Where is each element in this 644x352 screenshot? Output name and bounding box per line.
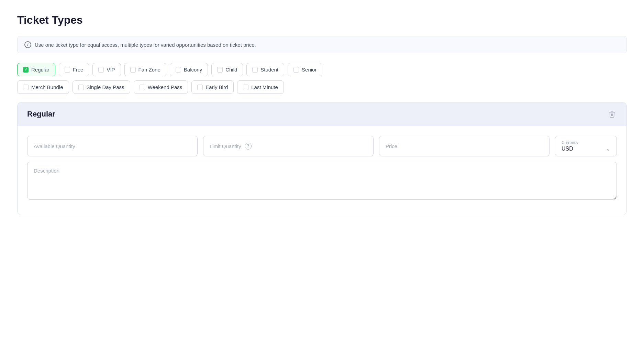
checkbox-box-senior [293,67,299,73]
ticket-section-title: Regular [27,110,55,119]
ticket-type-merch-bundle[interactable]: Merch Bundle [17,80,69,94]
ticket-type-free[interactable]: Free [59,63,89,76]
checkbox-box-fan-zone [130,67,136,73]
available-quantity-input[interactable] [27,136,198,156]
ticket-type-weekend-pass[interactable]: Weekend Pass [134,80,188,94]
fields-row-2 [27,162,617,200]
info-text: Use one ticket type for equal access, mu… [35,42,256,48]
ticket-type-label-early-bird: Early Bird [206,84,228,90]
ticket-type-early-bird[interactable]: Early Bird [191,80,234,94]
ticket-type-label-single-day-pass: Single Day Pass [87,84,124,90]
info-icon: i [24,41,31,48]
ticket-type-label-free: Free [73,67,84,73]
ticket-type-student[interactable]: Student [246,63,284,76]
ticket-section-header: Regular [18,102,626,126]
checkbox-box-merch-bundle [23,85,29,90]
checkmark-regular: ✓ [24,67,27,72]
ticket-type-label-merch-bundle: Merch Bundle [31,84,63,90]
ticket-type-balcony[interactable]: Balcony [170,63,208,76]
ticket-type-label-regular: Regular [31,67,49,73]
checkbox-box-student [252,67,258,73]
currency-label: Currency [562,140,610,145]
page-title: Ticket Types [17,14,627,26]
ticket-section-regular: Regular Limit Quantity ? Currency USD [17,102,627,215]
currency-value: USD [562,146,573,152]
ticket-type-label-balcony: Balcony [184,67,202,73]
checkbox-box-weekend-pass [140,85,145,90]
checkbox-box-single-day-pass [78,85,84,90]
price-input[interactable] [379,136,549,156]
ticket-type-regular[interactable]: ✓Regular [17,63,55,76]
currency-value-row: USD ⌄ [562,146,610,152]
ticket-type-label-senior: Senior [302,67,317,73]
ticket-type-label-weekend-pass: Weekend Pass [148,84,182,90]
checkbox-box-last-minute [243,85,248,90]
fields-row-1: Limit Quantity ? Currency USD ⌄ [27,136,617,156]
ticket-section-body: Limit Quantity ? Currency USD ⌄ [18,126,626,215]
checkbox-box-early-bird [197,85,203,90]
limit-quantity-label: Limit Quantity [210,143,241,149]
ticket-type-label-student: Student [260,67,278,73]
ticket-type-single-day-pass[interactable]: Single Day Pass [73,80,130,94]
ticket-types-row-1: ✓RegularFreeVIPFan ZoneBalconyChildStude… [17,63,627,76]
currency-select[interactable]: Currency USD ⌄ [555,136,617,156]
chevron-down-icon: ⌄ [606,146,610,152]
checkbox-box-free [65,67,70,73]
ticket-type-label-fan-zone: Fan Zone [138,67,160,73]
limit-quantity-help-icon[interactable]: ? [245,143,252,150]
ticket-type-label-last-minute: Last Minute [251,84,278,90]
limit-quantity-field[interactable]: Limit Quantity ? [203,136,374,156]
checkbox-box-child [217,67,223,73]
ticket-types-row-2: Merch BundleSingle Day PassWeekend PassE… [17,80,627,94]
ticket-type-vip[interactable]: VIP [92,63,121,76]
ticket-type-fan-zone[interactable]: Fan Zone [124,63,166,76]
ticket-type-child[interactable]: Child [211,63,243,76]
checkbox-box-vip [98,67,104,73]
checkbox-box-regular: ✓ [23,67,29,73]
ticket-type-last-minute[interactable]: Last Minute [237,80,284,94]
description-textarea[interactable] [27,162,617,200]
info-banner: i Use one ticket type for equal access, … [17,36,627,53]
delete-button[interactable] [607,109,617,119]
ticket-type-senior[interactable]: Senior [288,63,322,76]
ticket-type-label-vip: VIP [107,67,115,73]
checkbox-box-balcony [176,67,181,73]
ticket-type-label-child: Child [225,67,237,73]
